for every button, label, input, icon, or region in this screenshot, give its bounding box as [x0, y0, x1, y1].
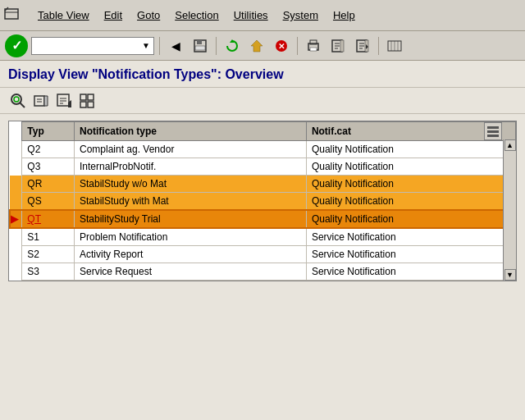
find-button[interactable] [327, 35, 349, 57]
svg-rect-29 [34, 96, 44, 106]
table-row[interactable]: Q3InternalProbNotif.Quality Notification [10, 158, 515, 176]
table-row[interactable]: QSStabilStudy with MatQuality Notificati… [10, 193, 515, 211]
row-indicator [10, 176, 22, 193]
cell-notification-type: StabilStudy w/o Mat [74, 176, 306, 193]
cell-notification-type: Service Request [74, 263, 306, 281]
cell-notification-type: Problem Notification [74, 228, 306, 246]
app-icon [3, 6, 23, 25]
cell-notification-type: Complaint ag. Vendor [74, 141, 306, 158]
svg-rect-0 [5, 9, 18, 19]
svg-rect-38 [80, 94, 86, 100]
svg-rect-42 [487, 126, 499, 129]
layout-btn[interactable] [77, 91, 97, 111]
table-row[interactable]: S3Service RequestService Notification [10, 263, 515, 281]
cell-notification-type: StabilityStudy Trial [74, 210, 306, 228]
cell-notification-type: Activity Report [74, 246, 306, 263]
table-row[interactable]: S1Problem NotificationService Notificati… [10, 228, 515, 246]
view-title: Display View "Notification Types": Overv… [0, 61, 525, 88]
column-settings-button[interactable] [484, 122, 502, 140]
table-row[interactable]: Q2Complaint ag. VendorQuality Notificati… [10, 141, 515, 158]
print-button[interactable] [303, 35, 324, 57]
cell-typ: QS [22, 193, 75, 211]
row-indicator: ▶ [10, 210, 22, 228]
data-table: Typ Notification type Notif.cat Q2Compla… [9, 121, 516, 281]
cell-notif-cat: Service Notification [306, 246, 515, 263]
scrollbar[interactable]: ▲ ▼ [503, 139, 516, 281]
toolbar: ✓ ▼ ◀ ✕ [0, 31, 525, 61]
home-button[interactable] [246, 35, 267, 57]
separator-4 [378, 37, 379, 55]
cell-typ: QT [22, 210, 75, 228]
cell-typ: QR [22, 176, 75, 193]
svg-rect-10 [310, 48, 317, 51]
row-indicator [10, 263, 22, 281]
col-header-notification-type: Notification type [74, 122, 306, 141]
more-button[interactable] [384, 35, 405, 57]
menu-goto[interactable]: Goto [130, 7, 167, 24]
save-button[interactable] [189, 35, 211, 57]
menu-system[interactable]: System [276, 7, 325, 24]
stop-button[interactable]: ✕ [271, 35, 292, 57]
find-next-button[interactable] [352, 35, 373, 57]
svg-rect-3 [197, 40, 202, 44]
cell-notif-cat: Quality Notification [306, 141, 515, 158]
svg-line-27 [20, 103, 25, 107]
table-container: ▲ ▼ Typ Notification type Notif.cat Q2Co… [0, 114, 525, 420]
save-view-btn[interactable] [54, 91, 74, 111]
cell-notif-cat: Service Notification [306, 228, 515, 246]
dropdown-arrow-icon: ▼ [142, 41, 150, 50]
svg-marker-30 [44, 96, 48, 106]
cell-notif-cat: Service Notification [306, 263, 515, 281]
main-layout: Table View Edit Goto Selection Utilities… [0, 0, 525, 420]
menu-utilities[interactable]: Utilities [227, 7, 275, 24]
svg-rect-44 [487, 135, 499, 137]
cell-notification-type: InternalProbNotif. [74, 158, 306, 176]
command-dropdown[interactable]: ▼ [31, 37, 154, 55]
row-indicator [10, 246, 22, 263]
svg-rect-4 [195, 46, 205, 50]
row-indicator [10, 158, 22, 176]
svg-rect-39 [88, 94, 94, 100]
col-indicator [10, 122, 22, 141]
cell-typ: S2 [22, 246, 75, 263]
table-wrapper: ▲ ▼ Typ Notification type Notif.cat Q2Co… [8, 121, 517, 281]
table-row[interactable]: ▶QTStabilityStudy TrialQuality Notificat… [10, 210, 515, 228]
row-indicator [10, 193, 22, 211]
svg-rect-43 [487, 130, 499, 133]
svg-text:✕: ✕ [278, 42, 285, 51]
svg-rect-40 [80, 102, 86, 107]
svg-rect-33 [57, 94, 69, 106]
table-row[interactable]: QRStabilStudy w/o MatQuality Notificatio… [10, 176, 515, 193]
menu-bar: Table View Edit Goto Selection Utilities… [0, 0, 525, 31]
cell-typ: Q2 [22, 141, 75, 158]
cell-typ: S3 [22, 263, 75, 281]
row-indicator [10, 228, 22, 246]
col-header-typ: Typ [22, 122, 75, 141]
svg-rect-41 [88, 102, 94, 107]
cell-notification-type: StabilStudy with Mat [74, 193, 306, 211]
back-button[interactable]: ◀ [165, 35, 186, 57]
menu-table-view[interactable]: Table View [31, 7, 96, 24]
cell-notif-cat: Quality Notification [306, 176, 515, 193]
confirm-button[interactable]: ✓ [5, 34, 28, 57]
separator-1 [159, 37, 160, 55]
menu-help[interactable]: Help [326, 7, 362, 24]
scroll-up-button[interactable]: ▲ [504, 139, 516, 151]
search-icon-btn[interactable] [8, 91, 28, 111]
cell-notif-cat: Quality Notification [306, 193, 515, 211]
cell-notif-cat: Quality Notification [306, 210, 515, 228]
separator-2 [216, 37, 217, 55]
svg-point-28 [14, 97, 19, 102]
cell-notif-cat: Quality Notification [306, 158, 515, 176]
table-row[interactable]: S2Activity ReportService Notification [10, 246, 515, 263]
cell-typ: S1 [22, 228, 75, 246]
second-toolbar [0, 88, 525, 114]
scroll-down-button[interactable]: ▼ [504, 269, 516, 281]
separator-3 [297, 37, 298, 55]
export-icon-btn[interactable] [31, 91, 51, 111]
svg-rect-15 [340, 40, 344, 52]
row-indicator [10, 141, 22, 158]
menu-selection[interactable]: Selection [168, 7, 225, 24]
refresh-button[interactable] [221, 35, 243, 57]
menu-edit[interactable]: Edit [98, 7, 129, 24]
